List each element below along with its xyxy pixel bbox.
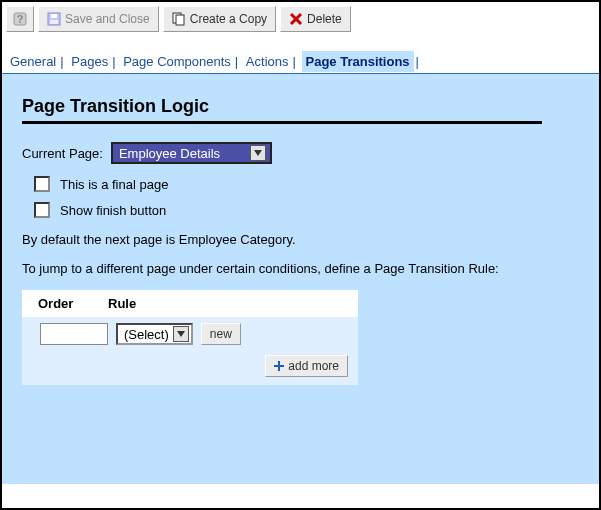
- svg-rect-6: [176, 15, 184, 25]
- add-more-button[interactable]: add more: [265, 355, 348, 377]
- delete-button[interactable]: Delete: [280, 6, 351, 32]
- panel-title: Page Transition Logic: [22, 96, 579, 117]
- jump-instruction-text: To jump to a different page under certai…: [22, 261, 579, 276]
- help-icon: ?: [13, 12, 27, 26]
- help-button[interactable]: ?: [6, 6, 34, 32]
- current-page-value: Employee Details: [119, 146, 220, 161]
- final-page-checkbox[interactable]: [34, 176, 50, 192]
- rules-header: Order Rule: [22, 290, 358, 317]
- tab-bar: General| Pages| Page Components| Actions…: [2, 36, 599, 74]
- svg-rect-3: [50, 20, 58, 24]
- current-page-label: Current Page:: [22, 146, 103, 161]
- show-finish-checkbox[interactable]: [34, 202, 50, 218]
- add-more-label: add more: [288, 359, 339, 373]
- col-order-header: Order: [22, 296, 102, 311]
- delete-icon: [289, 12, 303, 26]
- copy-label: Create a Copy: [190, 12, 267, 26]
- show-finish-label: Show finish button: [60, 203, 166, 218]
- svg-marker-10: [177, 331, 185, 337]
- col-rule-header: Rule: [102, 296, 358, 311]
- table-row: (Select) new: [22, 317, 358, 351]
- rule-select-value: (Select): [124, 327, 169, 342]
- final-page-label: This is a final page: [60, 177, 168, 192]
- default-next-text: By default the next page is Employee Cat…: [22, 232, 579, 247]
- rules-table: Order Rule (Select) new: [22, 290, 358, 385]
- current-page-select[interactable]: Employee Details: [111, 142, 272, 164]
- save-label: Save and Close: [65, 12, 150, 26]
- title-rule: [22, 121, 542, 124]
- tab-page-transitions[interactable]: Page Transitions: [302, 51, 414, 72]
- svg-marker-9: [254, 150, 262, 156]
- save-icon: [47, 12, 61, 26]
- save-and-close-button[interactable]: Save and Close: [38, 6, 159, 32]
- page-transitions-panel: Page Transition Logic Current Page: Empl…: [2, 74, 599, 484]
- toolbar: ? Save and Close Create a Copy Delete: [2, 2, 599, 36]
- tab-general[interactable]: General: [8, 54, 58, 69]
- svg-rect-4: [51, 14, 57, 18]
- tab-pages[interactable]: Pages: [69, 54, 110, 69]
- order-input[interactable]: [40, 323, 108, 345]
- delete-label: Delete: [307, 12, 342, 26]
- create-copy-button[interactable]: Create a Copy: [163, 6, 276, 32]
- app-window: ? Save and Close Create a Copy Delete Ge…: [0, 0, 601, 510]
- copy-icon: [172, 12, 186, 26]
- new-rule-button[interactable]: new: [201, 323, 241, 345]
- tab-page-components[interactable]: Page Components: [121, 54, 233, 69]
- rule-select[interactable]: (Select): [116, 323, 193, 345]
- tab-actions[interactable]: Actions: [244, 54, 291, 69]
- plus-icon: [274, 361, 284, 371]
- chevron-down-icon: [250, 145, 266, 161]
- chevron-down-icon: [173, 326, 189, 342]
- svg-text:?: ?: [17, 13, 24, 25]
- new-label: new: [210, 327, 232, 341]
